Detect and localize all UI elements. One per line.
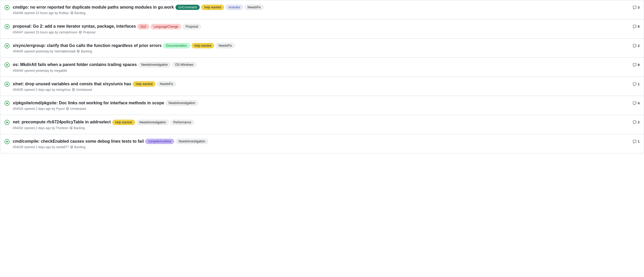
issue-title[interactable]: os: MkdirAll fails when a parent folder … <box>13 62 137 68</box>
issue-meta: #54040opened yesterday by megabild <box>13 69 629 73</box>
issue-title[interactable]: x/pkgsite/cmd/pkgsite: Doc links not wor… <box>13 100 164 106</box>
issue-list: cmd/go: no error reported for duplicate … <box>0 0 644 153</box>
open-issue-icon <box>4 5 10 11</box>
issue-opened: opened 23 hours ago by carlmjohnson <box>24 31 77 34</box>
issue-badge[interactable]: help wanted <box>112 120 135 125</box>
issue-opened: opened 2 days ago by Fryuni <box>24 107 65 111</box>
issue-badge[interactable]: help wanted <box>192 43 214 48</box>
issue-number: #54047 <box>13 31 23 34</box>
issue-meta: #54045opened yesterday by YairHalberstad… <box>13 50 629 53</box>
comment-count: 1 <box>638 82 640 86</box>
issue-milestone[interactable]: Backlog <box>70 11 86 15</box>
issue-item: x/net: drop unused variables and consts … <box>0 77 644 96</box>
open-issue-icon <box>4 43 10 49</box>
open-issue-icon <box>4 120 10 126</box>
issue-opened: opened yesterday by megabild <box>24 69 67 73</box>
svg-point-5 <box>6 45 8 47</box>
issue-number: #54048 <box>13 11 23 15</box>
svg-point-1 <box>6 7 8 8</box>
issue-title[interactable]: x/sync/errgroup: clarify that Go calls t… <box>13 43 162 49</box>
issue-badge[interactable]: LanguageChange <box>151 24 181 29</box>
issue-meta: #54035opened 2 days ago by mengzhuo Unre… <box>13 88 629 92</box>
issue-milestone[interactable]: Backlog <box>69 126 85 130</box>
issue-title-row: os: MkdirAll fails when a parent folder … <box>13 62 629 68</box>
issue-content: x/net: drop unused variables and consts … <box>13 81 629 92</box>
issue-meta: #54029opened 2 days ago by randall77 Bac… <box>13 145 629 149</box>
issue-badge[interactable]: NeedsFix <box>216 43 235 48</box>
issue-number: #54033 <box>13 107 23 111</box>
issue-title[interactable]: net: precompute rfc6724policyTable in ad… <box>13 119 111 125</box>
issue-badge[interactable]: NeedsFix <box>157 81 176 87</box>
issue-content: net: precompute rfc6724policyTable in ad… <box>13 119 629 130</box>
issue-badge[interactable]: modules <box>226 5 243 10</box>
issue-content: x/pkgsite/cmd/pkgsite: Doc links not wor… <box>13 100 629 111</box>
issue-badge[interactable]: help wanted <box>133 81 155 87</box>
issue-item: cmd/go: no error reported for duplicate … <box>0 0 644 19</box>
issue-comments[interactable]: 2 <box>633 120 640 124</box>
svg-point-13 <box>6 122 8 123</box>
issue-meta: #54032opened 2 days ago by Thorleon Back… <box>13 126 629 130</box>
issue-comments[interactable]: 4 <box>633 101 640 105</box>
issue-content: proposal: Go 2: add a new iterator synta… <box>13 23 629 34</box>
issue-badge[interactable]: OS-Windows <box>172 62 196 67</box>
issue-comments[interactable]: 9 <box>633 63 640 67</box>
issue-title-row: x/net: drop unused variables and consts … <box>13 81 629 87</box>
comment-count: 6 <box>638 25 640 28</box>
svg-point-9 <box>6 83 8 85</box>
issue-badge[interactable]: NeedsInvestigation <box>166 100 198 106</box>
issue-milestone[interactable]: Unreleased <box>66 107 86 111</box>
svg-point-15 <box>6 141 8 142</box>
issue-content: cmd/go: no error reported for duplicate … <box>13 4 629 15</box>
issue-number: #54032 <box>13 126 23 130</box>
issue-title[interactable]: proposal: Go 2: add a new iterator synta… <box>13 23 136 29</box>
comment-count: 1 <box>638 140 640 143</box>
issue-item: os: MkdirAll fails when a parent folder … <box>0 58 644 77</box>
issue-meta: #54033opened 2 days ago by Fryuni Unrele… <box>13 107 629 111</box>
issue-milestone[interactable]: Proposal <box>78 31 95 34</box>
issue-milestone[interactable]: Backlog <box>76 50 92 53</box>
issue-badge[interactable]: help wanted <box>201 5 224 10</box>
issue-item: x/pkgsite/cmd/pkgsite: Doc links not wor… <box>0 96 644 115</box>
issue-content: x/sync/errgroup: clarify that Go calls t… <box>13 43 629 53</box>
issue-title[interactable]: cmd/go: no error reported for duplicate … <box>13 4 174 10</box>
comment-count: 3 <box>638 6 640 9</box>
issue-badge[interactable]: NeedsInvestigation <box>176 139 208 144</box>
issue-comments[interactable]: 2 <box>633 44 640 48</box>
issue-milestone[interactable]: Unreleased <box>72 88 92 92</box>
open-issue-icon <box>4 24 10 30</box>
issue-comments[interactable]: 6 <box>633 25 640 29</box>
issue-badge[interactable]: Documentation <box>163 43 190 48</box>
issue-badge[interactable]: NeedsFix <box>245 5 264 10</box>
issue-number: #54040 <box>13 69 23 73</box>
open-issue-icon <box>4 62 10 68</box>
open-issue-icon <box>4 82 10 88</box>
issue-item: cmd/compile: checkEnabled causes some de… <box>0 134 644 153</box>
issue-title-row: proposal: Go 2: add a new iterator synta… <box>13 23 629 29</box>
issue-title-row: x/pkgsite/cmd/pkgsite: Doc links not wor… <box>13 100 629 106</box>
open-issue-icon <box>4 101 10 107</box>
issue-badge[interactable]: NeedsInvestigation <box>138 62 171 67</box>
issue-title[interactable]: cmd/compile: checkEnabled causes some de… <box>13 138 144 144</box>
issue-meta: #54047opened 23 hours ago by carlmjohnso… <box>13 31 629 34</box>
comment-count: 2 <box>638 121 640 124</box>
issue-badge[interactable]: GoCommand <box>175 5 200 10</box>
issue-title-row: net: precompute rfc6724policyTable in ad… <box>13 119 629 125</box>
issue-badge[interactable]: Go2 <box>137 24 149 29</box>
issue-badge[interactable]: Performance <box>171 120 194 125</box>
issue-opened: opened yesterday by YairHalberstadt <box>24 50 75 53</box>
issue-content: os: MkdirAll fails when a parent folder … <box>13 62 629 72</box>
issue-number: #54045 <box>13 50 23 53</box>
comment-count: 2 <box>638 44 640 48</box>
issue-badge[interactable]: compiler/runtime <box>145 139 174 144</box>
issue-opened: opened 2 days ago by Thorleon <box>24 126 68 130</box>
issue-content: cmd/compile: checkEnabled causes some de… <box>13 138 629 149</box>
issue-badge[interactable]: NeedsInvestigation <box>137 120 169 125</box>
issue-milestone[interactable]: Backlog <box>70 145 86 149</box>
comment-count: 9 <box>638 63 640 67</box>
issue-badge[interactable]: Proposal <box>183 24 201 29</box>
issue-item: net: precompute rfc6724policyTable in ad… <box>0 115 644 134</box>
issue-title[interactable]: x/net: drop unused variables and consts … <box>13 81 131 87</box>
issue-comments[interactable]: 3 <box>633 5 640 10</box>
issue-comments[interactable]: 1 <box>633 82 640 86</box>
issue-comments[interactable]: 1 <box>633 140 640 144</box>
